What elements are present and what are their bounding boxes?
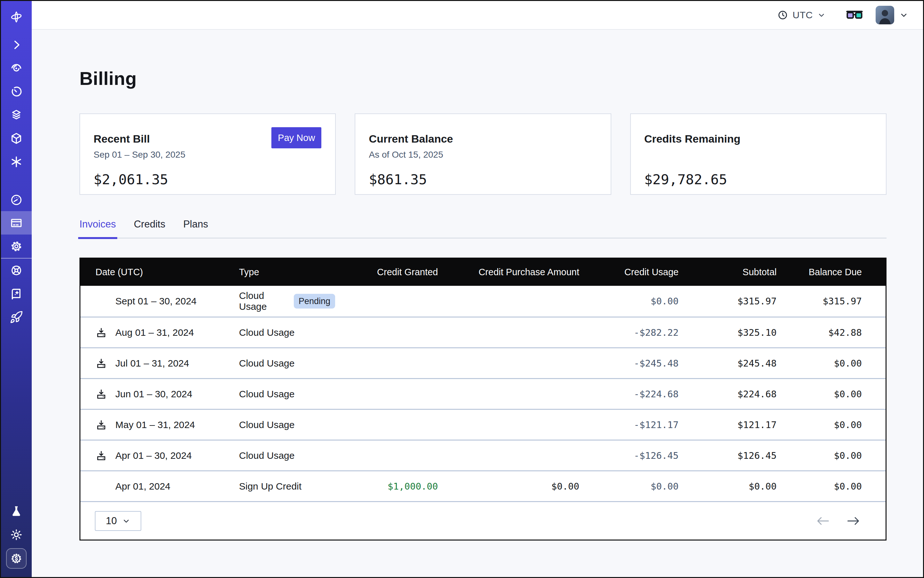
col-credit-purchase: Credit Purchase Amount: [438, 267, 579, 278]
subtotal-value: $325.10: [679, 327, 776, 338]
invoice-type: Cloud Usage: [239, 358, 294, 369]
sidebar-item-docs[interactable]: [1, 282, 32, 305]
billing-page: Billing Recent Bill Sep 01 – Sep 30, 202…: [32, 30, 923, 577]
invoice-type: Cloud Usage: [239, 419, 294, 430]
cube-icon: [10, 132, 23, 145]
sidebar-item-support[interactable]: [1, 258, 32, 282]
table-header: Date (UTC) Type Credit Granted Credit Pu…: [80, 258, 885, 286]
credit-usage-value: $0.00: [579, 296, 679, 307]
credits-remaining-card: Credits Remaining $29,782.65: [630, 114, 887, 195]
invoice-date: Sept 01 – 30, 2024: [115, 296, 197, 307]
balance-due-value: $0.00: [776, 450, 862, 461]
sidebar-item-images[interactable]: [1, 127, 32, 150]
flask-icon: [10, 505, 23, 518]
invoice-row: Sept 01 – 30, 2024 Cloud Usage Pending $…: [80, 286, 885, 317]
arrow-left-icon: [816, 516, 830, 526]
sidebar-item-credits[interactable]: [6, 548, 27, 569]
col-credit-granted: Credit Granted: [335, 267, 438, 278]
sidebar-item-launch[interactable]: [1, 305, 32, 329]
col-subtotal: Subtotal: [679, 267, 776, 278]
subtotal-value: $224.68: [679, 389, 776, 399]
billing-tabs: Invoices Credits Plans: [80, 219, 887, 239]
pending-badge: Pending: [294, 294, 335, 308]
col-type: Type: [239, 267, 335, 278]
col-balance-due: Balance Due: [776, 267, 862, 278]
pay-now-button[interactable]: Pay Now: [271, 127, 322, 148]
chevron-down-icon: [899, 11, 908, 19]
download-icon: [96, 327, 107, 338]
credit-usage-value: $0.00: [579, 481, 679, 492]
summary-cards: Recent Bill Sep 01 – Sep 30, 2025 $2,061…: [80, 114, 887, 195]
invoice-type: Cloud Usage: [239, 327, 294, 338]
theme-glasses-toggle[interactable]: [846, 9, 863, 21]
invoice-type: Cloud Usage: [239, 389, 294, 399]
sidebar: [1, 1, 32, 577]
sidebar-item-layers[interactable]: [1, 103, 32, 127]
balance-due-value: $42.88: [776, 327, 862, 338]
user-avatar: [875, 6, 894, 24]
sidebar-item-theme[interactable]: [1, 523, 32, 546]
credit-usage-value: -$224.68: [579, 389, 679, 399]
clock-icon: [777, 10, 788, 21]
timer-clock-icon: [10, 85, 23, 98]
sidebar-item-secrets[interactable]: [1, 150, 32, 173]
user-menu[interactable]: [875, 6, 908, 24]
invoice-date: Apr 01 – 30, 2024: [115, 450, 192, 461]
invoice-row: Apr 01 – 30, 2024 Cloud Usage -$126.45 $…: [80, 440, 885, 470]
chevron-down-icon: [122, 517, 130, 525]
credit-purchase-value: $0.00: [438, 481, 579, 492]
download-icon: [96, 419, 107, 430]
credits-remaining-amount: $29,782.65: [644, 171, 872, 187]
table-body: Sept 01 – 30, 2024 Cloud Usage Pending $…: [80, 286, 885, 501]
download-invoice-button[interactable]: [96, 450, 115, 461]
subtotal-value: $315.97: [679, 296, 776, 307]
credit-usage-value: -$282.22: [579, 327, 679, 338]
invoice-row: Jun 01 – 30, 2024 Cloud Usage -$224.68 $…: [80, 378, 885, 409]
download-icon: [96, 357, 107, 369]
invoice-date: Jun 01 – 30, 2024: [115, 389, 192, 399]
chevron-down-icon: [817, 11, 826, 19]
invoice-row: Jul 01 – 31, 2024 Cloud Usage -$245.48 $…: [80, 347, 885, 378]
download-invoice-button[interactable]: [96, 388, 115, 400]
sidebar-item-expand[interactable]: [1, 33, 32, 57]
sidebar-item-billing[interactable]: [1, 211, 32, 235]
page-size-select[interactable]: 10: [95, 511, 141, 531]
sidebar-item-settings[interactable]: [1, 235, 32, 258]
card-subtitle: [644, 149, 872, 161]
sidebar-item-history[interactable]: [1, 80, 32, 103]
credit-card-icon: [10, 216, 23, 230]
next-page-button[interactable]: [846, 516, 860, 526]
sidebar-item-live[interactable]: [1, 57, 32, 80]
current-balance-amount: $861.35: [369, 171, 597, 187]
tab-invoices[interactable]: Invoices: [80, 219, 116, 238]
download-invoice-button[interactable]: [96, 357, 115, 369]
invoice-date: Apr 01, 2024: [115, 481, 171, 492]
spiral-icon: [10, 62, 23, 75]
page-size-value: 10: [106, 515, 117, 527]
tab-plans[interactable]: Plans: [183, 219, 208, 238]
sidebar-item-usage[interactable]: [1, 188, 32, 211]
invoice-type: Cloud Usage: [239, 290, 288, 312]
prev-page-button[interactable]: [816, 516, 830, 526]
invoice-date: May 01 – 31, 2024: [115, 419, 195, 430]
subtotal-value: $0.00: [679, 481, 776, 492]
gear-icon: [10, 240, 23, 253]
download-invoice-button[interactable]: [96, 419, 115, 430]
wheel-icon: [10, 264, 23, 277]
credit-usage-value: -$126.45: [579, 450, 679, 461]
book-sparkles-icon: [10, 287, 23, 300]
arrow-right-icon: [846, 516, 860, 526]
credit-usage-value: -$245.48: [579, 358, 679, 369]
tab-credits[interactable]: Credits: [134, 219, 165, 238]
col-date: Date (UTC): [96, 267, 239, 278]
balance-due-value: $0.00: [776, 481, 862, 492]
modal-logo-icon[interactable]: [1, 1, 32, 33]
asterisk-icon: [10, 155, 23, 169]
page-title: Billing: [80, 68, 887, 89]
timezone-selector[interactable]: UTC: [777, 10, 826, 21]
sidebar-item-labs[interactable]: [1, 500, 32, 523]
rocket-icon: [10, 310, 23, 324]
download-invoice-button[interactable]: [96, 327, 115, 338]
glasses-icon: [846, 9, 863, 21]
topbar: UTC: [32, 1, 923, 30]
